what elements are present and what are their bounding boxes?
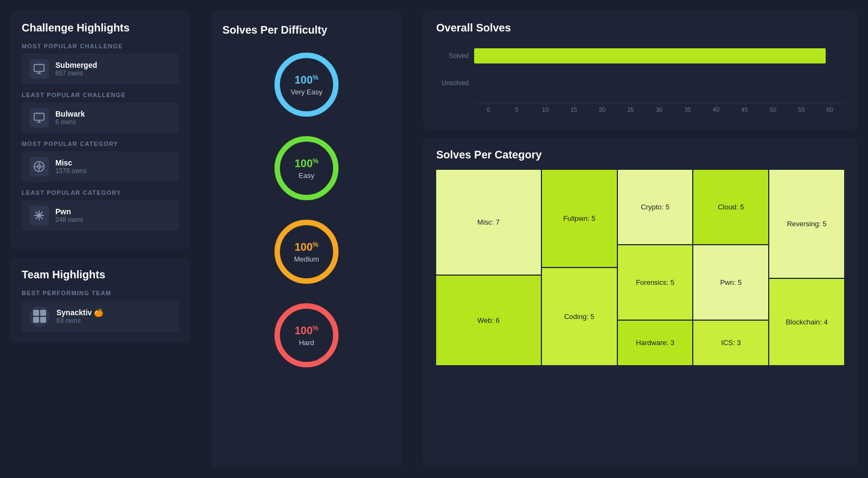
- svg-rect-10: [40, 310, 46, 316]
- donut-hard: 100% Hard: [271, 300, 342, 371]
- donut-easy-name: Easy: [295, 171, 318, 179]
- solved-label: Solved: [436, 52, 469, 60]
- least-popular-category-owns: 248 owns: [55, 216, 83, 224]
- least-popular-challenge-text: Bulwark 6 owns: [55, 110, 85, 126]
- axis-60: 60: [816, 106, 844, 113]
- axis-0: 0: [474, 106, 502, 113]
- donut-easy: 100% Easy: [271, 133, 342, 203]
- axis-20: 20: [588, 106, 616, 113]
- solves-per-difficulty-panel: Solves Per Difficulty 100% Very Easy: [212, 11, 401, 467]
- donut-very-easy-name: Very Easy: [291, 87, 323, 95]
- most-popular-challenge-name: Submerged: [55, 61, 97, 69]
- most-popular-challenge-owns: 657 owns: [55, 69, 97, 77]
- unsolved-track: [474, 75, 844, 91]
- axis-50: 50: [759, 106, 787, 113]
- donut-hard-pct: 100%: [295, 324, 318, 337]
- most-popular-challenge-icon: [29, 59, 49, 79]
- best-team-text: Synacktiv 🍊 63 owns: [56, 308, 103, 324]
- donut-very-easy: 100% Very Easy: [271, 49, 342, 120]
- least-popular-category-label: LEAST POPULAR CATEGORY: [22, 189, 179, 196]
- most-popular-category-label: MOST POPULAR CATEGORY: [22, 141, 179, 147]
- treemap-cloud: Cloud: 5: [693, 170, 768, 244]
- overall-solves-panel: Overall Solves Solved Unsolved 0 5 10 15…: [423, 11, 857, 129]
- svg-rect-12: [40, 317, 46, 323]
- least-popular-challenge-owns: 6 owns: [55, 118, 85, 126]
- most-popular-category-icon: [29, 157, 49, 176]
- most-popular-challenge-text: Submerged 657 owns: [55, 61, 97, 77]
- svg-rect-3: [34, 113, 44, 120]
- most-popular-category-owns: 1578 owns: [55, 167, 87, 175]
- axis-30: 30: [645, 106, 673, 113]
- least-popular-challenge-name: Bulwark: [55, 110, 85, 118]
- axis-25: 25: [616, 106, 644, 113]
- axis-40: 40: [702, 106, 730, 113]
- treemap-forensics: Forensics: 5: [618, 245, 693, 320]
- treemap-misc: Misc: 7: [436, 170, 541, 275]
- most-popular-category-item: Misc 1578 owns: [22, 151, 179, 182]
- most-popular-category-name: Misc: [55, 158, 87, 167]
- unsolved-label: Unsolved: [436, 79, 469, 87]
- donut-medium-pct: 100%: [294, 241, 319, 254]
- treemap-web: Web: 6: [436, 276, 541, 365]
- donut-medium-label: 100% Medium: [294, 241, 319, 263]
- svg-rect-11: [33, 317, 39, 323]
- donut-row: 100% Very Easy 100% Easy: [222, 49, 391, 371]
- treemap-container: Misc: 7 Web: 6 Fullpwn: 5 Coding: 5 Cryp…: [436, 170, 844, 365]
- solved-fill: [474, 48, 826, 63]
- treemap-col-4: Reversing: 5 Blockchain: 4: [769, 170, 844, 365]
- axis-5: 5: [502, 106, 531, 113]
- donut-hard-name: Hard: [295, 338, 318, 346]
- most-popular-category-text: Misc 1578 owns: [55, 158, 87, 175]
- middle-column: Solves Per Difficulty 100% Very Easy: [201, 0, 412, 478]
- axis-45: 45: [730, 106, 758, 113]
- axis-55: 55: [787, 106, 815, 113]
- treemap-pwn: Pwn: 5: [693, 245, 768, 320]
- treemap-coding: Coding: 5: [542, 268, 617, 365]
- bar-chart-area: Solved Unsolved 0 5 10 15 20 25 30 35: [436, 43, 844, 118]
- left-column: Challenge Highlights MOST POPULAR CHALLE…: [0, 0, 201, 478]
- treemap-reversing: Reversing: 5: [769, 170, 844, 278]
- least-popular-category-text: Pwn 248 owns: [55, 207, 83, 224]
- treemap-fullpwn: Fullpwn: 5: [542, 170, 617, 267]
- unsolved-bar-row: Unsolved: [436, 75, 844, 91]
- overall-solves-title: Overall Solves: [436, 22, 844, 34]
- svg-point-8: [37, 214, 41, 217]
- least-popular-challenge-item: Bulwark 6 owns: [22, 103, 179, 133]
- treemap-hardware: Hardware: 3: [618, 321, 693, 365]
- most-popular-challenge-item: Submerged 657 owns: [22, 54, 179, 84]
- least-popular-challenge-icon: [29, 108, 49, 128]
- solves-per-difficulty-title: Solves Per Difficulty: [222, 24, 327, 36]
- solved-bar-row: Solved: [436, 48, 844, 63]
- donut-medium-name: Medium: [294, 254, 319, 263]
- best-performing-team-label: BEST PERFORMING TEAM: [22, 290, 179, 296]
- svg-rect-9: [33, 310, 39, 316]
- donut-easy-label: 100% Easy: [295, 157, 318, 180]
- treemap-crypto: Crypto: 5: [618, 170, 693, 244]
- donut-easy-pct: 100%: [295, 157, 318, 170]
- donut-hard-label: 100% Hard: [295, 324, 318, 347]
- axis-10: 10: [531, 106, 559, 113]
- least-popular-category-name: Pwn: [55, 207, 83, 216]
- least-popular-category-icon: [29, 206, 49, 225]
- donut-very-easy-label: 100% Very Easy: [291, 74, 323, 96]
- least-popular-category-item: Pwn 248 owns: [22, 200, 179, 231]
- treemap-col-3: Cloud: 5 Pwn: 5 ICS: 3: [693, 170, 768, 365]
- least-popular-challenge-label: LEAST POPULAR CHALLENGE: [22, 92, 179, 98]
- team-avatar: [29, 306, 50, 327]
- treemap-col-1: Fullpwn: 5 Coding: 5: [542, 170, 617, 365]
- best-team-name: Synacktiv 🍊: [56, 308, 103, 317]
- challenge-highlights-title: Challenge Highlights: [22, 22, 179, 34]
- team-highlights-panel: Team Highlights BEST PERFORMING TEAM Syn…: [11, 258, 190, 343]
- solved-track: [474, 48, 844, 63]
- solves-per-category-title: Solves Per Category: [436, 149, 844, 161]
- bar-axis: 0 5 10 15 20 25 30 35 40 45 50 55 60: [474, 103, 844, 113]
- most-popular-challenge-label: MOST POPULAR CHALLENGE: [22, 43, 179, 49]
- svg-rect-0: [34, 65, 44, 72]
- treemap-col-0: Misc: 7 Web: 6: [436, 170, 541, 365]
- axis-15: 15: [559, 106, 588, 113]
- right-column: Overall Solves Solved Unsolved 0 5 10 15…: [412, 0, 868, 478]
- donut-medium: 100% Medium: [271, 216, 342, 287]
- team-highlights-title: Team Highlights: [22, 269, 179, 281]
- treemap-col-2: Crypto: 5 Forensics: 5 Hardware: 3: [618, 170, 693, 365]
- solves-per-category-panel: Solves Per Category Misc: 7 Web: 6 Fullp…: [423, 138, 857, 467]
